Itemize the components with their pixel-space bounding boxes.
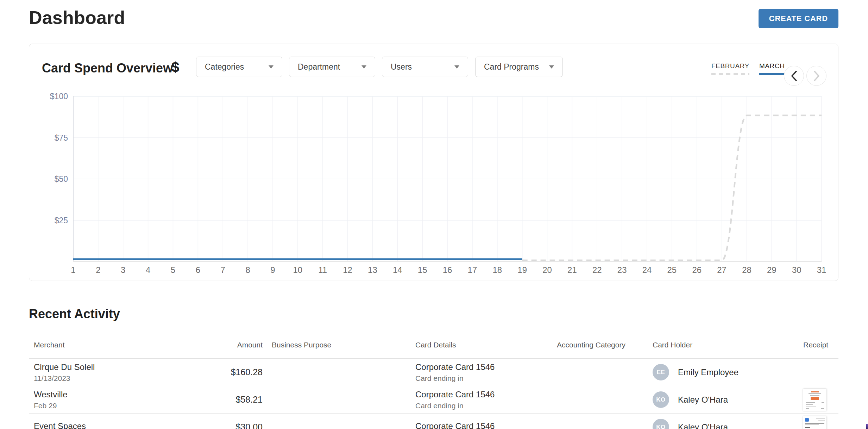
card-ending-value: Card ending in (415, 374, 557, 383)
svg-text:13: 13 (368, 265, 377, 275)
card-holder-name: Kaley O'Hara (678, 395, 728, 405)
card-details-value: Corporate Card 1546 (415, 389, 557, 400)
currency-symbol[interactable]: $ (171, 59, 179, 75)
transaction-date: Feb 29 (34, 402, 227, 410)
column-header-accounting-category: Accounting Category (557, 341, 653, 358)
svg-text:2: 2 (96, 265, 100, 275)
svg-text:17: 17 (468, 265, 477, 275)
users-dropdown[interactable]: Users (382, 57, 468, 77)
svg-text:23: 23 (617, 265, 627, 275)
svg-text:15: 15 (418, 265, 427, 275)
tab-underline (759, 73, 785, 75)
svg-text:22: 22 (592, 265, 602, 275)
svg-text:25: 25 (667, 265, 677, 275)
chevron-right-icon (813, 70, 820, 82)
card-spend-overview-card: Card Spend Overview $ Categories Departm… (29, 44, 838, 281)
svg-text:12: 12 (343, 265, 352, 275)
svg-text:3: 3 (121, 265, 125, 275)
merchant-name: Westville (34, 389, 227, 400)
card-holder-name: Kaley O'Hara (678, 422, 728, 429)
avatar: KO (653, 391, 669, 408)
card-details-cell: Corporate Card 1546 Card ending in (415, 362, 557, 383)
svg-text:29: 29 (767, 265, 776, 275)
card-holder-cell: EE Emily Employee (653, 364, 803, 380)
svg-text:$25: $25 (55, 216, 68, 225)
merchant-name: Cirque Du Soleil (34, 362, 227, 372)
spend-chart: $25$50$75$100123456789101112131415161718… (29, 86, 838, 280)
chevron-left-icon (790, 70, 798, 82)
card-holder-name: Emily Employee (678, 367, 738, 377)
merchant-cell: Event Spaces (34, 421, 227, 429)
card-spend-overview-title: Card Spend Overview (42, 61, 173, 76)
svg-text:30: 30 (792, 265, 801, 275)
svg-text:19: 19 (517, 265, 527, 275)
svg-text:4: 4 (146, 265, 150, 275)
receipt-thumbnail[interactable] (803, 416, 826, 429)
page-title: Dashboard (29, 7, 125, 28)
chevron-down-icon (549, 65, 554, 69)
card-holder-cell: KO Kaley O'Hara (653, 391, 803, 408)
merchant-cell: Cirque Du Soleil 11/13/2023 (34, 362, 227, 383)
chevron-down-icon (454, 65, 459, 69)
svg-text:$75: $75 (55, 133, 68, 142)
svg-text:24: 24 (642, 265, 652, 275)
tab-march[interactable]: MARCH (759, 62, 785, 75)
svg-text:21: 21 (567, 265, 577, 275)
table-header-row: Merchant Amount Business Purpose Card De… (29, 333, 838, 358)
table-row[interactable]: Event Spaces $30.00 Corporate Card 1546 … (29, 413, 838, 429)
svg-text:11: 11 (318, 265, 327, 275)
previous-month-button[interactable] (784, 66, 804, 86)
avatar: KO (653, 419, 669, 429)
svg-text:5: 5 (171, 265, 175, 275)
column-header-merchant: Merchant (34, 341, 227, 358)
avatar: EE (653, 364, 669, 380)
recent-activity-title: Recent Activity (29, 307, 120, 321)
categories-dropdown[interactable]: Categories (196, 57, 282, 77)
svg-text:$100: $100 (50, 92, 68, 101)
department-dropdown[interactable]: Department (289, 57, 375, 77)
svg-text:1: 1 (71, 265, 75, 275)
svg-text:16: 16 (443, 265, 452, 275)
table-row[interactable]: Cirque Du Soleil 11/13/2023 $160.28 Corp… (29, 358, 838, 386)
recent-activity-table: Merchant Amount Business Purpose Card De… (29, 333, 838, 429)
column-header-card-holder: Card Holder (653, 341, 803, 358)
table-body: Cirque Du Soleil 11/13/2023 $160.28 Corp… (29, 358, 838, 429)
svg-text:31: 31 (817, 265, 826, 275)
card-programs-dropdown[interactable]: Card Programs (475, 57, 563, 77)
chevron-down-icon (269, 65, 273, 69)
merchant-name: Event Spaces (34, 421, 227, 429)
svg-text:27: 27 (717, 265, 727, 275)
card-details-cell: Corporate Card 1546 Card ending in (415, 389, 557, 410)
receipt-thumbnail[interactable] (803, 389, 826, 411)
dashboard-page: Dashboard CREATE CARD Card Spend Overvie… (0, 0, 868, 429)
card-ending-value: Card ending in (415, 402, 557, 410)
tab-underline (711, 73, 749, 75)
svg-text:26: 26 (692, 265, 702, 275)
create-card-button[interactable]: CREATE CARD (759, 9, 838, 28)
chevron-down-icon (361, 65, 366, 69)
receipt-cell (803, 389, 839, 411)
column-header-business-purpose: Business Purpose (263, 341, 415, 358)
svg-text:28: 28 (742, 265, 751, 275)
svg-text:7: 7 (221, 265, 225, 275)
card-details-value: Corporate Card 1546 (415, 421, 557, 429)
column-header-card-details: Card Details (415, 341, 557, 358)
svg-text:9: 9 (270, 265, 275, 275)
amount-value: $30.00 (227, 422, 263, 429)
amount-value: $160.28 (227, 367, 263, 377)
month-tabs: FEBRUARY MARCH (711, 62, 785, 75)
tab-february[interactable]: FEBRUARY (711, 62, 749, 75)
card-details-cell: Corporate Card 1546 (415, 421, 557, 429)
receipt-cell (803, 416, 839, 429)
amount-value: $58.21 (227, 395, 263, 405)
svg-text:8: 8 (245, 265, 250, 275)
table-row[interactable]: Westville Feb 29 $58.21 Corporate Card 1… (29, 386, 838, 413)
merchant-cell: Westville Feb 29 (34, 389, 227, 410)
scrollbar-artifact (866, 424, 868, 429)
card-details-value: Corporate Card 1546 (415, 362, 557, 372)
column-header-receipt: Receipt (803, 341, 841, 358)
column-header-amount: Amount (227, 341, 263, 358)
svg-text:14: 14 (393, 265, 402, 275)
next-month-button[interactable] (806, 66, 826, 86)
svg-text:$50: $50 (55, 174, 68, 184)
